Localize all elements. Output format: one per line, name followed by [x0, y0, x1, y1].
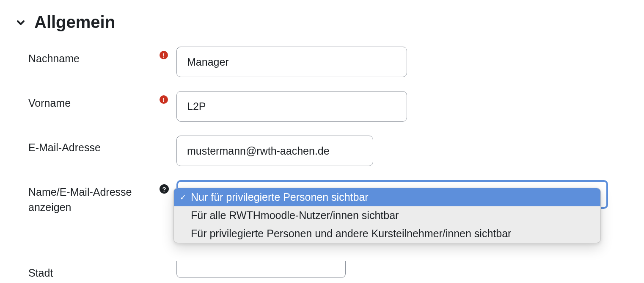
row-city: Stadt — [15, 261, 629, 280]
display-dropdown: ✓ Nur für privilegierte Personen sichtba… — [173, 188, 601, 243]
dropdown-option-1[interactable]: ✓ Für alle RWTHmoodle-Nutzer/innen sicht… — [174, 206, 600, 225]
row-display: Name/E-Mail-Adresse anzeigen ? ✓ Nur für… — [15, 180, 629, 236]
dropdown-option-0[interactable]: ✓ Nur für privilegierte Personen sichtba… — [174, 188, 600, 206]
label-city: Stadt — [28, 265, 160, 280]
required-icon: ! — [160, 51, 168, 59]
surname-input[interactable] — [176, 47, 407, 77]
section-title: Allgemein — [34, 13, 115, 32]
city-input[interactable] — [176, 261, 346, 278]
label-display: Name/E-Mail-Adresse anzeigen — [28, 184, 160, 215]
row-email: E-Mail-Adresse — [15, 136, 629, 166]
dropdown-option-label: Für alle RWTHmoodle-Nutzer/innen sichtba… — [191, 209, 399, 222]
row-firstname: Vorname ! — [15, 91, 629, 122]
email-input[interactable] — [176, 136, 373, 166]
dropdown-option-2[interactable]: ✓ Für privilegierte Personen und andere … — [174, 225, 600, 243]
checkmark-icon: ✓ — [180, 193, 191, 202]
firstname-input[interactable] — [176, 91, 407, 122]
label-firstname: Vorname — [28, 95, 160, 111]
required-icon: ! — [160, 95, 168, 104]
section-header[interactable]: Allgemein — [15, 13, 629, 32]
help-icon[interactable]: ? — [160, 184, 169, 194]
dropdown-option-label: Für privilegierte Personen und andere Ku… — [191, 228, 511, 240]
row-surname: Nachname ! — [15, 47, 629, 77]
dropdown-option-label: Nur für privilegierte Personen sichtbar — [191, 191, 369, 203]
label-surname: Nachname — [28, 51, 160, 66]
chevron-down-icon — [15, 17, 27, 28]
label-email: E-Mail-Adresse — [28, 140, 160, 155]
